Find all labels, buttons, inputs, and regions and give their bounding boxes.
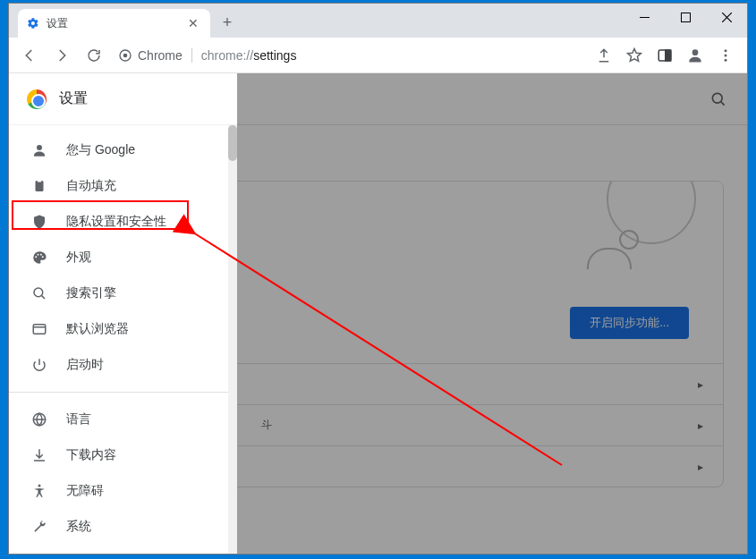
minimize-button[interactable] <box>624 4 665 30</box>
sidebar-item-label: 默认浏览器 <box>66 321 129 337</box>
window-controls <box>624 4 747 30</box>
sidebar-header: 设置 <box>9 73 237 125</box>
svg-point-8 <box>725 54 727 56</box>
svg-point-6 <box>692 49 699 55</box>
sidebar-item-label: 外观 <box>66 250 91 266</box>
browser-window: 设置 ✕ + Chrome chrome://settings <box>8 3 748 555</box>
sidebar-item-label: 启动时 <box>66 357 104 373</box>
palette-icon <box>30 250 48 266</box>
sidebar-item-label: 下载内容 <box>66 447 116 463</box>
sidebar-item-label: 自动填充 <box>66 178 116 194</box>
person-icon <box>30 142 48 158</box>
side-panel-button[interactable] <box>650 41 679 70</box>
sidebar-item-label: 搜索引擎 <box>66 285 116 301</box>
clipboard-icon <box>30 178 48 194</box>
svg-rect-19 <box>33 325 46 335</box>
sidebar-item-label: 无障碍 <box>66 483 104 499</box>
menu-button[interactable] <box>711 41 740 70</box>
sidebar-item-label: 您与 Google <box>66 142 135 158</box>
sidebar-item-autofill[interactable]: 自动填充 <box>9 168 237 204</box>
svg-rect-0 <box>640 17 650 18</box>
url-text: chrome://settings <box>201 48 297 63</box>
svg-point-3 <box>123 53 128 57</box>
gear-icon <box>27 17 39 30</box>
maximize-button[interactable] <box>665 4 706 30</box>
sidebar-item-label: 系统 <box>66 519 91 535</box>
svg-rect-13 <box>38 180 42 182</box>
svg-point-21 <box>38 485 41 487</box>
sidebar-item-privacy-security[interactable]: 隐私设置和安全性 <box>9 204 237 240</box>
svg-rect-5 <box>666 50 671 61</box>
sidebar-item-you-and-google[interactable]: 您与 Google <box>9 132 237 168</box>
search-icon <box>30 285 48 301</box>
bookmark-button[interactable] <box>620 41 649 70</box>
share-button[interactable] <box>590 41 618 70</box>
svg-rect-12 <box>36 181 44 191</box>
svg-point-18 <box>34 288 43 297</box>
sidebar-item-downloads[interactable]: 下载内容 <box>9 437 237 473</box>
scrollbar-thumb[interactable] <box>228 125 237 161</box>
browser-icon <box>30 321 48 337</box>
svg-point-7 <box>725 49 727 52</box>
chrome-logo-icon <box>27 89 47 109</box>
sidebar-item-label: 语言 <box>66 411 91 428</box>
sidebar-list: 您与 Google 自动填充 隐私设置和安全性 外观 搜索引擎 <box>9 125 237 554</box>
wrench-icon <box>30 519 48 535</box>
shield-icon <box>30 214 48 230</box>
svg-point-9 <box>725 58 727 61</box>
scrollbar-track[interactable] <box>228 125 237 554</box>
svg-rect-1 <box>681 13 690 21</box>
power-icon <box>30 357 48 373</box>
new-tab-button[interactable]: + <box>214 9 241 36</box>
titlebar: 设置 ✕ + <box>9 4 747 38</box>
sidebar-item-appearance[interactable]: 外观 <box>9 240 237 275</box>
sidebar-item-on-startup[interactable]: 启动时 <box>9 347 237 383</box>
origin-label: Chrome <box>138 48 183 63</box>
sidebar-item-search-engine[interactable]: 搜索引擎 <box>9 275 237 311</box>
address-bar: Chrome chrome://settings <box>9 38 747 73</box>
svg-point-16 <box>40 254 42 256</box>
sidebar-item-accessibility[interactable]: 无障碍 <box>9 473 237 509</box>
tab-title: 设置 <box>47 16 68 31</box>
svg-point-15 <box>38 254 39 256</box>
sidebar-item-system[interactable]: 系统 <box>9 509 237 545</box>
svg-point-17 <box>42 256 44 258</box>
url-area[interactable]: Chrome chrome://settings <box>113 48 584 63</box>
close-window-button[interactable] <box>706 4 747 30</box>
svg-point-11 <box>37 145 42 150</box>
download-icon <box>30 447 48 463</box>
sidebar-title: 设置 <box>59 89 88 108</box>
sidebar-item-default-browser[interactable]: 默认浏览器 <box>9 311 237 347</box>
chrome-origin-icon <box>118 48 132 63</box>
forward-button[interactable] <box>48 42 75 69</box>
sidebar-item-label: 隐私设置和安全性 <box>66 214 166 230</box>
close-tab-button[interactable]: ✕ <box>185 15 201 31</box>
reload-button[interactable] <box>81 42 107 69</box>
tab-settings[interactable]: 设置 ✕ <box>18 9 210 38</box>
content-area: oogle 的智能技术 性化设置 Chrome 开启同步功能... ▸ 斗 ▸ … <box>9 73 747 554</box>
back-button[interactable] <box>16 42 43 69</box>
url-divider <box>191 48 192 63</box>
settings-sidebar: 设置 您与 Google 自动填充 隐私设置和安全性 <box>9 73 237 554</box>
svg-point-14 <box>35 256 37 258</box>
sidebar-item-languages[interactable]: 语言 <box>9 402 237 437</box>
sidebar-divider <box>9 392 237 393</box>
profile-button[interactable] <box>681 41 709 70</box>
accessibility-icon <box>30 483 48 499</box>
globe-icon <box>30 411 48 428</box>
